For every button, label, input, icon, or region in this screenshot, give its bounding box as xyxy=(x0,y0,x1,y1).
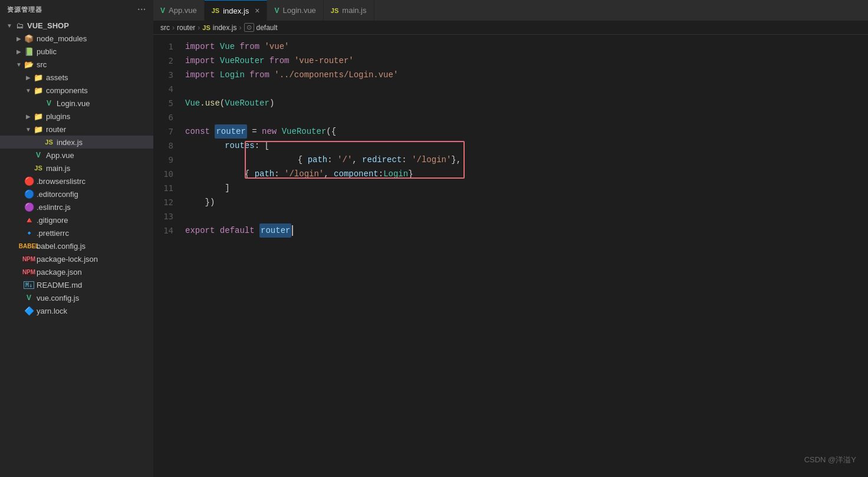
tree-src[interactable]: ▼ 📂 src xyxy=(0,58,153,71)
root-arrow: ▼ xyxy=(5,22,14,29)
tree-readme[interactable]: ▶ M↓ README.md xyxy=(0,278,153,291)
breadcrumb-router: router xyxy=(177,24,195,32)
tab-login-vue[interactable]: V Login.vue xyxy=(267,0,323,21)
router-arrow: ▼ xyxy=(24,126,33,133)
vue-config-icon: V xyxy=(24,294,34,302)
tree-browserslistrc[interactable]: ▶ 🔴 .browserslistrc xyxy=(0,175,153,187)
prettierrc-icon: 🔹 xyxy=(24,228,34,238)
tree-plugins[interactable]: ▶ 📁 plugins xyxy=(0,110,153,123)
tree-yarn-lock[interactable]: ▶ 🔷 yarn.lock xyxy=(0,304,153,317)
babel-config-label: babel.config.js xyxy=(37,242,86,251)
tree-gitignore[interactable]: ▶ 🔺 .gitignore xyxy=(0,213,153,226)
main-js-label: main.js xyxy=(46,164,70,173)
editor-area: V App.vue JS index.js × V Login.vue JS m… xyxy=(153,0,868,477)
tree-pkg-lock[interactable]: ▶ NPM package-lock.json xyxy=(0,252,153,265)
plugins-label: plugins xyxy=(46,112,70,121)
tree-login-vue[interactable]: ▶ V Login.vue xyxy=(0,97,153,110)
breadcrumb-sep2: › xyxy=(198,24,200,32)
sidebar: 资源管理器 ··· ▼ 🗂 VUE_SHOP ▶ 📦 node_modules … xyxy=(0,0,153,477)
src-arrow: ▼ xyxy=(14,61,24,68)
node-modules-label: node_modules xyxy=(37,34,87,43)
tab-main-js-icon: JS xyxy=(331,7,338,14)
login-vue-label: Login.vue xyxy=(57,99,90,108)
tree-app-vue[interactable]: ▶ V App.vue xyxy=(0,149,153,162)
code-line-5: Vue.use(VueRouter) xyxy=(183,96,868,110)
index-js-icon: JS xyxy=(44,139,54,146)
code-line-12: }) xyxy=(183,195,868,209)
tree-babel-config[interactable]: ▶ BABEL babel.config.js xyxy=(0,239,153,252)
tab-bar: V App.vue JS index.js × V Login.vue JS m… xyxy=(153,0,868,21)
tree-editorconfig[interactable]: ▶ 🔵 .editorconfig xyxy=(0,187,153,200)
tree-components[interactable]: ▼ 📁 components xyxy=(0,84,153,97)
pkg-lock-label: package-lock.json xyxy=(37,255,98,264)
index-js-label: index.js xyxy=(57,138,83,147)
tab-app-vue-icon: V xyxy=(160,6,165,15)
readme-label: README.md xyxy=(37,281,82,290)
tree-vue-config[interactable]: ▶ V vue.config.js xyxy=(0,291,153,304)
tab-index-js[interactable]: JS index.js × xyxy=(205,0,268,21)
code-line-9: { path: '/​', redirect: '/login'}, xyxy=(183,153,868,167)
tree-prettierrc[interactable]: ▶ 🔹 .prettierrc xyxy=(0,226,153,239)
code-line-7: const router = new VueRouter({ xyxy=(183,124,868,139)
public-arrow: ▶ xyxy=(14,48,24,55)
gitignore-label: .gitignore xyxy=(37,216,68,225)
code-line-1: import Vue from 'vue' xyxy=(183,40,868,54)
tab-main-js-label: main.js xyxy=(342,6,366,15)
public-icon: 📗 xyxy=(24,47,34,56)
assets-label: assets xyxy=(46,73,68,82)
eslintrc-label: .eslintrc.js xyxy=(37,203,71,212)
node-modules-arrow: ▶ xyxy=(14,35,24,42)
tab-login-vue-icon: V xyxy=(274,6,279,15)
code-line-2: import VueRouter from 'vue-router' xyxy=(183,54,868,68)
readme-icon: M↓ xyxy=(24,281,34,289)
sidebar-header-icons: ··· xyxy=(137,5,146,14)
breadcrumb-default: ⊙ default xyxy=(244,23,278,32)
tab-main-js[interactable]: JS main.js xyxy=(324,0,374,21)
code-line-13 xyxy=(183,209,868,223)
tree-pkg-json[interactable]: ▶ NPM package.json xyxy=(0,265,153,278)
tree-node-modules[interactable]: ▶ 📦 node_modules xyxy=(0,32,153,45)
editorconfig-label: .editorconfig xyxy=(37,190,78,199)
tree-eslintrc[interactable]: ▶ 🟣 .eslintrc.js xyxy=(0,200,153,213)
assets-arrow: ▶ xyxy=(24,74,33,81)
browserslistrc-label: .browserslistrc xyxy=(37,177,86,186)
vue-config-label: vue.config.js xyxy=(37,294,79,302)
more-icon[interactable]: ··· xyxy=(137,5,146,14)
breadcrumb-index-js: index.js xyxy=(213,24,237,32)
tree-root[interactable]: ▼ 🗂 VUE_SHOP xyxy=(0,19,153,32)
sidebar-title: 资源管理器 xyxy=(7,5,42,14)
tab-index-js-label: index.js xyxy=(223,6,249,15)
app-vue-label: App.vue xyxy=(46,151,74,160)
breadcrumb-sep1: › xyxy=(172,24,175,32)
code-content[interactable]: import Vue from 'vue' import VueRouter f… xyxy=(183,40,868,477)
node-modules-icon: 📦 xyxy=(24,34,34,43)
tree-public[interactable]: ▶ 📗 public xyxy=(0,45,153,58)
tab-app-vue-label: App.vue xyxy=(169,6,197,15)
src-label: src xyxy=(37,60,47,69)
plugins-icon: 📁 xyxy=(33,112,44,121)
tab-login-vue-label: Login.vue xyxy=(282,6,315,15)
code-line-4 xyxy=(183,82,868,96)
tree-index-js[interactable]: ▶ JS index.js xyxy=(0,136,153,149)
tab-index-js-close[interactable]: × xyxy=(255,6,259,15)
tree-router[interactable]: ▼ 📁 router xyxy=(0,123,153,136)
breadcrumb-src: src xyxy=(160,24,170,32)
tab-index-js-icon: JS xyxy=(212,7,219,14)
browserslistrc-icon: 🔴 xyxy=(24,176,34,186)
login-vue-icon: V xyxy=(44,99,54,107)
yarn-lock-icon: 🔷 xyxy=(24,306,34,315)
components-icon: 📁 xyxy=(33,86,44,95)
gitignore-icon: 🔺 xyxy=(24,215,34,225)
breadcrumb: src › router › JS index.js › ⊙ default xyxy=(153,21,868,35)
tree-assets[interactable]: ▶ 📁 assets xyxy=(0,71,153,84)
tab-app-vue[interactable]: V App.vue xyxy=(153,0,205,21)
public-label: public xyxy=(37,47,57,56)
pkg-json-label: package.json xyxy=(37,268,82,277)
prettierrc-label: .prettierrc xyxy=(37,229,69,238)
root-icon: 🗂 xyxy=(14,21,25,30)
router-label: router xyxy=(46,125,66,134)
sidebar-content: ▼ 🗂 VUE_SHOP ▶ 📦 node_modules ▶ 📗 public… xyxy=(0,19,153,477)
tree-main-js[interactable]: ▶ JS main.js xyxy=(0,162,153,175)
line-numbers: 1 2 3 4 5 6 7 8 9 10 11 12 13 14 xyxy=(153,40,183,477)
eslintrc-icon: 🟣 xyxy=(24,202,34,212)
